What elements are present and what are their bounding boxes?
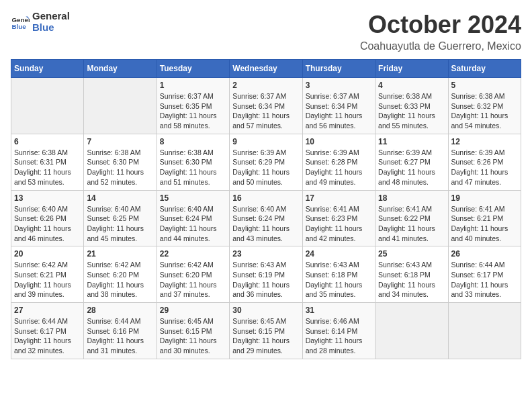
day-cell <box>11 78 84 134</box>
day-number: 30 <box>232 306 299 315</box>
weekday-header-sunday: Sunday <box>11 60 84 78</box>
logo: General Blue General Blue <box>11 11 70 33</box>
day-number: 13 <box>14 193 81 203</box>
day-number: 10 <box>306 137 372 146</box>
day-cell: 11Sunrise: 6:39 AM Sunset: 6:27 PM Dayli… <box>375 134 448 190</box>
day-cell: 21Sunrise: 6:42 AM Sunset: 6:20 PM Dayli… <box>84 246 157 303</box>
day-cell: 15Sunrise: 6:40 AM Sunset: 6:24 PM Dayli… <box>157 190 229 246</box>
day-cell: 30Sunrise: 6:45 AM Sunset: 6:15 PM Dayli… <box>230 303 302 359</box>
day-cell: 26Sunrise: 6:44 AM Sunset: 6:17 PM Dayli… <box>448 246 521 303</box>
day-detail: Sunrise: 6:45 AM Sunset: 6:15 PM Dayligh… <box>160 316 226 356</box>
day-number: 3 <box>306 81 372 90</box>
day-number: 27 <box>14 306 81 315</box>
day-detail: Sunrise: 6:37 AM Sunset: 6:35 PM Dayligh… <box>160 91 226 131</box>
day-cell: 13Sunrise: 6:40 AM Sunset: 6:26 PM Dayli… <box>11 190 84 246</box>
day-detail: Sunrise: 6:37 AM Sunset: 6:34 PM Dayligh… <box>306 91 372 131</box>
day-detail: Sunrise: 6:43 AM Sunset: 6:19 PM Dayligh… <box>232 260 299 300</box>
day-detail: Sunrise: 6:43 AM Sunset: 6:18 PM Dayligh… <box>378 260 445 300</box>
day-cell: 10Sunrise: 6:39 AM Sunset: 6:28 PM Dayli… <box>302 134 375 190</box>
weekday-header-row: SundayMondayTuesdayWednesdayThursdayFrid… <box>11 60 521 78</box>
day-cell: 20Sunrise: 6:42 AM Sunset: 6:21 PM Dayli… <box>11 246 84 303</box>
title-area: October 2024 Coahuayutla de Guerrero, Me… <box>360 11 521 52</box>
day-number: 24 <box>306 249 372 259</box>
day-detail: Sunrise: 6:44 AM Sunset: 6:16 PM Dayligh… <box>87 316 153 356</box>
day-cell: 12Sunrise: 6:39 AM Sunset: 6:26 PM Dayli… <box>448 134 521 190</box>
weekday-header-thursday: Thursday <box>302 60 375 78</box>
weekday-header-wednesday: Wednesday <box>230 60 302 78</box>
day-cell: 28Sunrise: 6:44 AM Sunset: 6:16 PM Dayli… <box>84 303 157 359</box>
day-detail: Sunrise: 6:42 AM Sunset: 6:21 PM Dayligh… <box>14 260 81 300</box>
day-detail: Sunrise: 6:39 AM Sunset: 6:28 PM Dayligh… <box>306 148 372 187</box>
day-cell: 8Sunrise: 6:38 AM Sunset: 6:30 PM Daylig… <box>157 134 229 190</box>
weekday-header-saturday: Saturday <box>448 60 521 78</box>
day-detail: Sunrise: 6:46 AM Sunset: 6:14 PM Dayligh… <box>306 316 372 356</box>
day-number: 9 <box>232 137 299 146</box>
day-detail: Sunrise: 6:42 AM Sunset: 6:20 PM Dayligh… <box>160 260 226 300</box>
day-number: 1 <box>160 81 226 90</box>
logo-blue: Blue <box>32 22 70 34</box>
day-cell: 16Sunrise: 6:40 AM Sunset: 6:24 PM Dayli… <box>230 190 302 246</box>
day-detail: Sunrise: 6:40 AM Sunset: 6:24 PM Dayligh… <box>232 204 299 244</box>
day-cell: 5Sunrise: 6:38 AM Sunset: 6:32 PM Daylig… <box>448 78 521 134</box>
day-cell: 24Sunrise: 6:43 AM Sunset: 6:18 PM Dayli… <box>302 246 375 303</box>
week-row-2: 6Sunrise: 6:38 AM Sunset: 6:31 PM Daylig… <box>11 134 521 190</box>
day-cell <box>375 303 448 359</box>
day-detail: Sunrise: 6:45 AM Sunset: 6:15 PM Dayligh… <box>232 316 299 356</box>
day-number: 31 <box>306 306 372 315</box>
day-detail: Sunrise: 6:39 AM Sunset: 6:27 PM Dayligh… <box>378 148 445 187</box>
day-cell: 18Sunrise: 6:41 AM Sunset: 6:22 PM Dayli… <box>375 190 448 246</box>
day-number: 12 <box>451 137 518 146</box>
weekday-header-friday: Friday <box>375 60 448 78</box>
day-detail: Sunrise: 6:38 AM Sunset: 6:33 PM Dayligh… <box>378 91 445 131</box>
day-cell: 31Sunrise: 6:46 AM Sunset: 6:14 PM Dayli… <box>302 303 375 359</box>
day-detail: Sunrise: 6:41 AM Sunset: 6:21 PM Dayligh… <box>451 204 518 244</box>
week-row-5: 27Sunrise: 6:44 AM Sunset: 6:17 PM Dayli… <box>11 303 521 359</box>
month-title: October 2024 <box>360 11 521 39</box>
day-detail: Sunrise: 6:41 AM Sunset: 6:23 PM Dayligh… <box>306 204 372 244</box>
week-row-3: 13Sunrise: 6:40 AM Sunset: 6:26 PM Dayli… <box>11 190 521 246</box>
day-cell: 1Sunrise: 6:37 AM Sunset: 6:35 PM Daylig… <box>157 78 229 134</box>
day-cell: 4Sunrise: 6:38 AM Sunset: 6:33 PM Daylig… <box>375 78 448 134</box>
day-cell: 17Sunrise: 6:41 AM Sunset: 6:23 PM Dayli… <box>302 190 375 246</box>
svg-text:Blue: Blue <box>11 22 26 30</box>
day-number: 28 <box>87 306 153 315</box>
day-number: 8 <box>160 137 226 146</box>
day-cell <box>84 78 157 134</box>
calendar-table: SundayMondayTuesdayWednesdayThursdayFrid… <box>11 59 521 359</box>
day-number: 26 <box>451 249 518 259</box>
logo-icon: General Blue <box>11 13 30 32</box>
day-detail: Sunrise: 6:43 AM Sunset: 6:18 PM Dayligh… <box>306 260 372 300</box>
day-cell <box>448 303 521 359</box>
day-number: 19 <box>451 193 518 203</box>
weekday-header-tuesday: Tuesday <box>157 60 229 78</box>
day-cell: 29Sunrise: 6:45 AM Sunset: 6:15 PM Dayli… <box>157 303 229 359</box>
day-detail: Sunrise: 6:41 AM Sunset: 6:22 PM Dayligh… <box>378 204 445 244</box>
day-number: 20 <box>14 249 81 259</box>
day-number: 2 <box>232 81 299 90</box>
day-detail: Sunrise: 6:37 AM Sunset: 6:34 PM Dayligh… <box>232 91 299 131</box>
day-cell: 2Sunrise: 6:37 AM Sunset: 6:34 PM Daylig… <box>230 78 302 134</box>
day-number: 16 <box>232 193 299 203</box>
day-number: 7 <box>87 137 153 146</box>
day-cell: 23Sunrise: 6:43 AM Sunset: 6:19 PM Dayli… <box>230 246 302 303</box>
day-cell: 9Sunrise: 6:39 AM Sunset: 6:29 PM Daylig… <box>230 134 302 190</box>
day-number: 6 <box>14 137 81 146</box>
day-cell: 19Sunrise: 6:41 AM Sunset: 6:21 PM Dayli… <box>448 190 521 246</box>
day-detail: Sunrise: 6:38 AM Sunset: 6:31 PM Dayligh… <box>14 148 81 187</box>
day-number: 22 <box>160 249 226 259</box>
day-number: 23 <box>232 249 299 259</box>
day-detail: Sunrise: 6:42 AM Sunset: 6:20 PM Dayligh… <box>87 260 153 300</box>
day-detail: Sunrise: 6:39 AM Sunset: 6:29 PM Dayligh… <box>232 148 299 187</box>
day-number: 29 <box>160 306 226 315</box>
day-detail: Sunrise: 6:40 AM Sunset: 6:24 PM Dayligh… <box>160 204 226 244</box>
day-cell: 22Sunrise: 6:42 AM Sunset: 6:20 PM Dayli… <box>157 246 229 303</box>
day-cell: 6Sunrise: 6:38 AM Sunset: 6:31 PM Daylig… <box>11 134 84 190</box>
day-number: 17 <box>306 193 372 203</box>
day-cell: 7Sunrise: 6:38 AM Sunset: 6:30 PM Daylig… <box>84 134 157 190</box>
logo-general: General <box>32 11 70 22</box>
day-detail: Sunrise: 6:44 AM Sunset: 6:17 PM Dayligh… <box>14 316 81 356</box>
day-detail: Sunrise: 6:38 AM Sunset: 6:30 PM Dayligh… <box>160 148 226 187</box>
day-cell: 14Sunrise: 6:40 AM Sunset: 6:25 PM Dayli… <box>84 190 157 246</box>
day-number: 25 <box>378 249 445 259</box>
day-number: 5 <box>451 81 518 90</box>
